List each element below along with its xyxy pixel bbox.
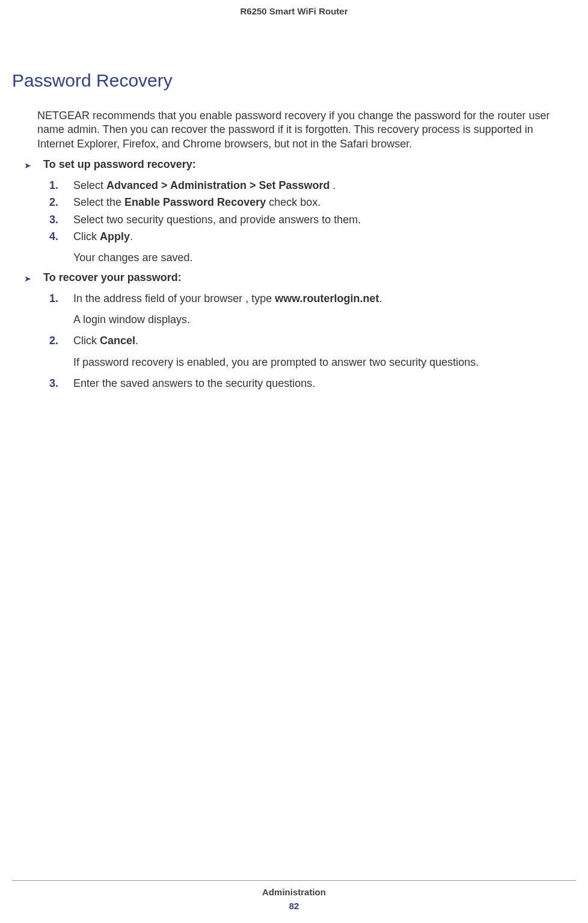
- step-result: Your changes are saved.: [73, 250, 564, 265]
- list-item: 2. Select the Enable Password Recovery c…: [49, 195, 564, 210]
- bold-button: Cancel: [100, 335, 135, 347]
- text: Select the: [73, 196, 124, 208]
- step-content: Select Advanced > Administration > Set P…: [73, 178, 564, 193]
- list-item: 3. Enter the saved answers to the securi…: [49, 376, 564, 391]
- footer-section-name: Administration: [0, 887, 588, 897]
- step-number: 3.: [49, 376, 67, 391]
- intro-paragraph: NETGEAR recommends that you enable passw…: [37, 109, 564, 151]
- text: In the address field of your browser , t…: [73, 292, 275, 304]
- bold-path: Advanced > Administration > Set Password: [106, 179, 329, 191]
- text: check box.: [266, 196, 320, 208]
- step-content: In the address field of your browser , t…: [73, 291, 564, 306]
- text: .: [329, 179, 335, 191]
- text: Click: [73, 335, 100, 347]
- bold-button: Apply: [100, 230, 130, 242]
- list-item: 1. Select Advanced > Administration > Se…: [49, 178, 564, 193]
- list-item: 3. Select two security questions, and pr…: [49, 212, 564, 227]
- step-content: Select the Enable Password Recovery chec…: [73, 195, 564, 210]
- step-list-setup: 1. Select Advanced > Administration > Se…: [49, 178, 564, 244]
- step-number: 3.: [49, 212, 67, 227]
- step-number: 2.: [49, 195, 67, 210]
- text: .: [379, 292, 382, 304]
- step-content: Click Apply.: [73, 229, 564, 244]
- procedure-heading-recover: ➤ To recover your password:: [12, 271, 564, 284]
- footer-page-number: 82: [0, 901, 588, 911]
- bold-option: Enable Password Recovery: [124, 196, 266, 208]
- page-header: R6250 Smart WiFi Router: [0, 0, 588, 16]
- text: .: [135, 335, 138, 347]
- bold-url: www.routerlogin.net: [275, 292, 379, 304]
- procedure-heading-setup: ➤ To set up password recovery:: [12, 158, 564, 171]
- step-number: 1.: [49, 178, 67, 193]
- step-result: If password recovery is enabled, you are…: [73, 355, 564, 370]
- step-number: 4.: [49, 229, 67, 244]
- step-content: Click Cancel.: [73, 333, 564, 348]
- step-result: A login window displays.: [73, 312, 564, 327]
- text: .: [130, 230, 133, 242]
- step-list-recover-cont: 2. Click Cancel.: [49, 333, 564, 348]
- step-number: 2.: [49, 333, 67, 348]
- footer-divider: [12, 880, 576, 881]
- content-area: Password Recovery NETGEAR recommends tha…: [0, 70, 588, 391]
- text: Select: [73, 179, 106, 191]
- step-content: Select two security questions, and provi…: [73, 212, 564, 227]
- section-title: Password Recovery: [12, 70, 564, 91]
- page-footer: Administration 82: [0, 880, 588, 911]
- step-content: Enter the saved answers to the security …: [73, 376, 564, 391]
- list-item: 4. Click Apply.: [49, 229, 564, 244]
- procedure-title: To set up password recovery:: [43, 158, 196, 171]
- procedure-title: To recover your password:: [43, 271, 182, 284]
- arrow-right-icon: ➤: [24, 161, 31, 170]
- text: Click: [73, 230, 100, 242]
- list-item: 2. Click Cancel.: [49, 333, 564, 348]
- arrow-right-icon: ➤: [24, 274, 31, 283]
- step-list-recover-end: 3. Enter the saved answers to the securi…: [49, 376, 564, 391]
- list-item: 1. In the address field of your browser …: [49, 291, 564, 306]
- step-list-recover: 1. In the address field of your browser …: [49, 291, 564, 306]
- step-number: 1.: [49, 291, 67, 306]
